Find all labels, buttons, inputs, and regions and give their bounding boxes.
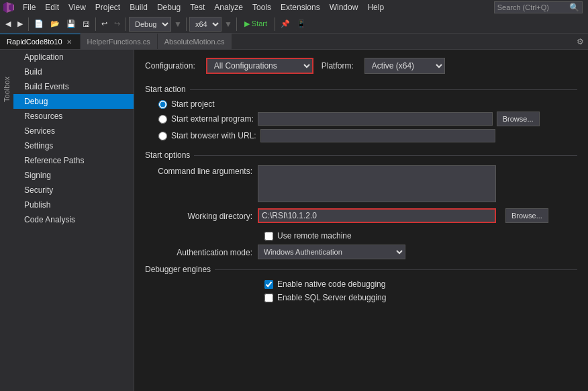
- native-code-label[interactable]: Enable native code debugging: [277, 279, 385, 289]
- device-button[interactable]: 📱: [294, 18, 309, 30]
- save-all-button[interactable]: 🖫: [80, 19, 93, 30]
- redo-button[interactable]: ↪: [111, 18, 123, 30]
- menu-bar: File Edit View Project Build Debug Test …: [0, 0, 588, 15]
- content-area: Configuration: All Configurations Debug …: [134, 50, 588, 391]
- tabs-settings-button[interactable]: ⚙: [573, 37, 588, 46]
- configuration-select[interactable]: All Configurations Debug Release: [206, 58, 313, 74]
- sidebar-item-publish[interactable]: Publish: [13, 198, 134, 212]
- menu-analyze[interactable]: Analyze: [210, 1, 247, 13]
- sidebar-item-signing[interactable]: Signing: [13, 168, 134, 183]
- start-action-group: Start project Start external program: Br…: [158, 99, 577, 142]
- sql-server-label[interactable]: Enable SQL Server debugging: [277, 293, 386, 302]
- menu-build[interactable]: Build: [126, 1, 152, 13]
- sidebar-item-build-events[interactable]: Build Events: [13, 79, 134, 94]
- menu-help[interactable]: Help: [363, 1, 388, 13]
- config-row: Configuration: All Configurations Debug …: [145, 58, 577, 74]
- separator-2: [95, 17, 96, 31]
- undo-button[interactable]: ↩: [99, 18, 110, 30]
- tab-rapidcode[interactable]: RapidCode8to10 ✕: [0, 34, 81, 49]
- sidebar-item-reference-paths[interactable]: Reference Paths: [13, 153, 134, 168]
- menu-tools[interactable]: Tools: [248, 1, 275, 13]
- separator-6: [275, 17, 275, 31]
- separator-3: [126, 17, 126, 31]
- toolbar: ◀ ▶ 📄 📂 💾 🖫 ↩ ↪ Debug ▼ x64 ▼ ▶ Start 📌 …: [0, 15, 588, 34]
- separator-4: [186, 17, 187, 31]
- sidebar-item-services[interactable]: Services: [13, 124, 134, 138]
- configuration-label: Configuration:: [145, 61, 195, 71]
- start-browser-input[interactable]: [260, 129, 495, 142]
- command-line-row: Command line arguments:: [145, 165, 577, 204]
- menu-view[interactable]: View: [64, 1, 90, 13]
- start-project-radio[interactable]: [158, 100, 167, 109]
- toolbox-label: Toolbox: [3, 77, 11, 102]
- toolbox-sidebar: Toolbox: [0, 50, 13, 391]
- sql-server-row: Enable SQL Server debugging: [264, 293, 577, 302]
- main-layout: Toolbox Application Build Build Events D…: [0, 50, 588, 391]
- platform-dropdown[interactable]: x64: [189, 17, 222, 32]
- menu-extensions[interactable]: Extensions: [277, 1, 324, 13]
- native-code-row: Enable native code debugging: [264, 279, 577, 289]
- menu-edit[interactable]: Edit: [41, 1, 63, 13]
- sidebar-item-debug[interactable]: Debug: [13, 94, 134, 109]
- menu-window[interactable]: Window: [326, 1, 362, 13]
- save-button[interactable]: 💾: [64, 18, 79, 30]
- menu-file[interactable]: File: [19, 1, 40, 13]
- working-dir-browse-button[interactable]: Browse...: [505, 208, 548, 223]
- working-dir-row: Working directory: Browse...: [145, 208, 577, 223]
- remote-machine-row: Use remote machine: [264, 231, 577, 241]
- platform-select[interactable]: Active (x64) x64 x86: [364, 58, 445, 74]
- menu-project[interactable]: Project: [91, 1, 124, 13]
- native-code-checkbox[interactable]: [264, 280, 273, 289]
- open-button[interactable]: 📂: [48, 18, 62, 30]
- menu-test[interactable]: Test: [186, 1, 209, 13]
- app-logo: [3, 1, 15, 13]
- working-dir-input[interactable]: [258, 208, 496, 223]
- sidebar-item-build[interactable]: Build: [13, 64, 134, 79]
- start-browser-row: Start browser with URL:: [158, 129, 577, 142]
- search-input[interactable]: Search (Ctrl+Q): [497, 3, 549, 11]
- svg-marker-0: [3, 2, 7, 13]
- start-project-label[interactable]: Start project: [171, 99, 215, 109]
- remote-machine-checkbox[interactable]: [264, 232, 273, 241]
- start-options-section: Command line arguments: Working director…: [145, 165, 577, 223]
- tab-absolutemotion[interactable]: AbsoluteMotion.cs: [158, 34, 232, 49]
- debugger-engines-header: Debugger engines: [145, 265, 577, 274]
- sidebar-item-resources[interactable]: Resources: [13, 109, 134, 124]
- start-project-row: Start project: [158, 99, 577, 109]
- remote-machine-label[interactable]: Use remote machine: [277, 231, 352, 241]
- forward-button[interactable]: ▶: [15, 18, 26, 30]
- sql-server-checkbox[interactable]: [264, 294, 273, 302]
- sidebar-item-code-analysis[interactable]: Code Analysis: [13, 212, 134, 227]
- start-external-input[interactable]: [258, 112, 493, 126]
- tab-helperfunctions[interactable]: HelperFunctions.cs: [81, 34, 158, 49]
- start-button[interactable]: ▶ Start: [240, 17, 272, 30]
- sidebar-item-security[interactable]: Security: [13, 183, 134, 198]
- config-dropdown[interactable]: Debug: [129, 17, 171, 32]
- working-dir-label: Working directory:: [145, 210, 252, 221]
- start-browser-label[interactable]: Start browser with URL:: [171, 131, 256, 140]
- tab-rapidcode-label: RapidCode8to10: [7, 38, 62, 46]
- separator-1: [28, 17, 29, 31]
- start-action-header: Start action: [145, 85, 577, 94]
- tabs-bar: RapidCode8to10 ✕ HelperFunctions.cs Abso…: [0, 34, 588, 50]
- attach-button[interactable]: 📌: [278, 18, 293, 30]
- auth-mode-select[interactable]: Windows Authentication None: [258, 245, 405, 259]
- start-external-browse-button[interactable]: Browse...: [497, 112, 540, 126]
- command-line-label: Command line arguments:: [145, 165, 252, 176]
- project-sidebar: Application Build Build Events Debug Res…: [13, 50, 134, 391]
- menu-debug[interactable]: Debug: [153, 1, 185, 13]
- start-external-label[interactable]: Start external program:: [171, 114, 254, 124]
- command-line-textarea[interactable]: [258, 165, 496, 202]
- platform-label: Platform:: [322, 61, 354, 71]
- start-external-radio[interactable]: [158, 115, 167, 124]
- sidebar-item-settings[interactable]: Settings: [13, 138, 134, 153]
- search-icon: 🔍: [569, 3, 579, 12]
- auth-mode-row: Authentication mode: Windows Authenticat…: [145, 245, 577, 259]
- sidebar-item-application[interactable]: Application: [13, 50, 134, 64]
- back-button[interactable]: ◀: [3, 18, 13, 30]
- start-external-row: Start external program: Browse...: [158, 112, 577, 126]
- start-browser-radio[interactable]: [158, 132, 167, 140]
- new-project-button[interactable]: 📄: [32, 18, 46, 30]
- auth-mode-label: Authentication mode:: [145, 247, 252, 257]
- tab-rapidcode-close[interactable]: ✕: [65, 38, 73, 46]
